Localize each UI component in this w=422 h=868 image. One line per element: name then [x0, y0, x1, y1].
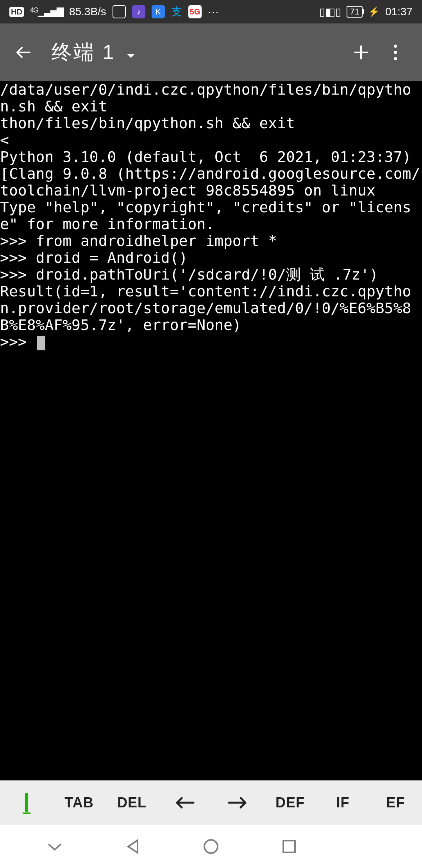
triangle-back-icon [124, 838, 141, 855]
left-arrow-key-button[interactable] [158, 780, 211, 825]
terminal-line: thon/files/bin/qpython.sh && exit < [0, 115, 422, 149]
status-left: HD 4G▁▃▅▇ 85.3B/s ♪ K 支 5G ··· [9, 4, 219, 19]
extra-keys-toolbar: TAB DEL DEF IF EF [0, 780, 422, 825]
notification-more-icon: ··· [208, 5, 219, 18]
arrow-left-icon [175, 796, 195, 809]
hide-keyboard-button[interactable] [31, 841, 78, 852]
terminal-line: >>> droid.pathToUri('/sdcard/!0/测 试 .7z'… [0, 266, 378, 283]
network-speed: 85.3B/s [69, 5, 106, 18]
if-key-button[interactable]: IF [316, 780, 369, 825]
signal-icon: 4G▁▃▅▇ [30, 6, 63, 17]
keyboard-toggle-button[interactable] [0, 780, 53, 825]
ef-key-label: EF [386, 794, 405, 811]
svg-rect-4 [283, 841, 295, 852]
if-key-label: IF [336, 794, 350, 811]
plus-icon [352, 43, 370, 62]
navigation-bar [0, 825, 422, 868]
nav-home-button[interactable] [188, 838, 234, 855]
terminal-prompt: >>> [0, 333, 36, 350]
def-key-label: DEF [275, 794, 305, 811]
notification-app-icon-1 [113, 5, 126, 18]
battery-icon: 71 [347, 6, 362, 18]
ef-key-button[interactable]: EF [369, 780, 422, 825]
terminal-line: Result(id=1, result='content://indi.czc.… [0, 283, 411, 334]
svg-point-1 [394, 51, 397, 54]
back-button[interactable] [9, 38, 38, 66]
terminal-line: Python 3.10.0 (default, Oct 6 2021, 01:2… [0, 148, 420, 199]
right-arrow-key-button[interactable] [211, 780, 264, 825]
add-tab-button[interactable] [344, 35, 378, 70]
notification-app-icon-3: K [152, 5, 165, 18]
nav-back-button[interactable] [109, 838, 156, 855]
notification-alipay-icon: 支 [171, 4, 182, 19]
charging-icon: ⚡ [368, 6, 380, 17]
more-vert-icon [393, 43, 398, 62]
cursor-icon [37, 336, 45, 350]
arrow-left-icon [14, 43, 33, 62]
square-recent-icon [281, 839, 297, 854]
terminal-output[interactable]: /data/user/0/indi.czc.qpython/files/bin/… [0, 81, 422, 780]
app-bar: 终端 1 [0, 23, 422, 81]
hd-icon: HD [9, 7, 24, 17]
del-key-button[interactable]: DEL [106, 780, 158, 825]
circle-home-icon [202, 838, 220, 855]
tab-key-label: TAB [64, 794, 93, 811]
status-bar: HD 4G▁▃▅▇ 85.3B/s ♪ K 支 5G ··· ▯◧▯ 71 ⚡ … [0, 0, 422, 23]
terminal-line: Type "help", "copyright", "credits" or "… [0, 199, 411, 233]
tab-key-button[interactable]: TAB [53, 780, 106, 825]
chevron-down-icon [46, 841, 63, 852]
del-key-label: DEL [117, 794, 147, 811]
def-key-button[interactable]: DEF [264, 780, 316, 825]
nav-recent-button[interactable] [266, 839, 313, 854]
keyboard-icon [25, 794, 28, 811]
overflow-menu-button[interactable] [378, 35, 413, 70]
notification-app-icon-4: 5G [188, 5, 202, 18]
terminal-line: /data/user/0/indi.czc.qpython/files/bin/… [0, 81, 411, 115]
clock: 01:37 [385, 5, 413, 18]
notification-app-icon-2: ♪ [132, 5, 145, 18]
arrow-right-icon [227, 796, 248, 809]
vibrate-icon: ▯◧▯ [319, 5, 341, 18]
terminal-tab-selector[interactable]: 终端 1 [52, 39, 136, 66]
svg-point-3 [204, 840, 218, 853]
status-right: ▯◧▯ 71 ⚡ 01:37 [319, 5, 413, 18]
dropdown-icon [126, 41, 136, 64]
svg-point-0 [394, 45, 397, 48]
terminal-line: >>> from androidhelper import * [0, 232, 277, 249]
terminal-line: >>> droid = Android() [0, 249, 188, 266]
terminal-title: 终端 1 [52, 39, 115, 66]
svg-point-2 [394, 57, 397, 60]
